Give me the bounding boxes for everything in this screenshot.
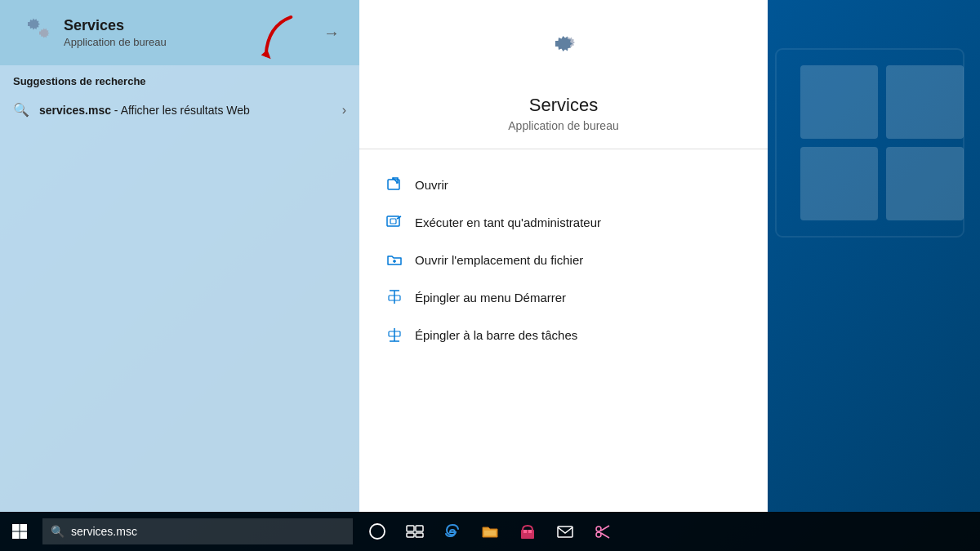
edge-icon[interactable] — [434, 513, 470, 549]
svg-rect-26 — [407, 533, 414, 537]
right-panel: Services Application de bureau Ouvrir — [359, 0, 768, 512]
search-icon: 🔍 — [13, 102, 29, 118]
explorer-icon[interactable] — [472, 513, 508, 549]
svg-rect-28 — [484, 531, 496, 535]
open-icon — [385, 176, 403, 193]
start-panel: Services Application de bureau → Suggest… — [0, 0, 359, 512]
svg-rect-24 — [407, 526, 414, 531]
scissors-icon[interactable] — [585, 513, 621, 549]
svg-rect-27 — [416, 533, 423, 537]
svg-point-33 — [596, 527, 601, 531]
taskbar-icons — [359, 513, 621, 549]
action-pin-start[interactable]: Épingler au menu Démarrer — [379, 278, 748, 316]
top-result-item[interactable]: Services Application de bureau → — [0, 0, 359, 65]
svg-line-7 — [393, 178, 398, 183]
action-pin-start-label: Épingler au menu Démarrer — [415, 291, 566, 304]
suggestion-text: services.msc - Afficher les résultats We… — [39, 104, 332, 117]
app-icon-large — [534, 24, 593, 83]
start-button[interactable] — [0, 512, 39, 551]
taskbar: 🔍 — [0, 512, 980, 551]
svg-line-35 — [601, 526, 609, 531]
taskbar-search-icon: 🔍 — [51, 525, 65, 538]
desktop: Services Application de bureau → Suggest… — [0, 0, 980, 551]
folder-icon — [385, 251, 403, 269]
mail-icon[interactable] — [547, 513, 583, 549]
svg-rect-19 — [12, 524, 20, 531]
action-open-location-label: Ouvrir l'emplacement du fichier — [415, 253, 583, 267]
action-list: Ouvrir Exécuter en tant qu'administrateu… — [359, 166, 768, 353]
suggestion-item[interactable]: 🔍 services.msc - Afficher les résultats … — [0, 94, 359, 126]
right-panel-app-title: Services — [529, 95, 598, 116]
action-run-admin-label: Exécuter en tant qu'administrateur — [415, 216, 601, 229]
svg-line-36 — [601, 533, 609, 538]
run-admin-icon — [385, 213, 403, 231]
top-result-subtitle: Application de bureau — [64, 36, 312, 48]
svg-rect-31 — [528, 530, 532, 533]
store-icon[interactable] — [510, 513, 546, 549]
action-open[interactable]: Ouvrir — [379, 166, 748, 203]
pin-taskbar-icon — [385, 326, 403, 344]
svg-rect-1 — [886, 65, 964, 139]
desktop-decoration — [768, 0, 980, 551]
taskbar-search-box[interactable]: 🔍 — [42, 518, 353, 544]
svg-rect-0 — [800, 65, 878, 139]
right-panel-app-subtitle: Application de bureau — [508, 119, 618, 132]
top-result-text: Services Application de bureau — [64, 17, 312, 48]
svg-rect-25 — [416, 526, 423, 531]
action-open-label: Ouvrir — [415, 178, 448, 192]
cortana-icon[interactable] — [359, 513, 395, 549]
svg-marker-5 — [261, 50, 273, 62]
suggestions-label: Suggestions de recherche — [0, 65, 359, 94]
action-pin-taskbar-label: Épingler à la barre des tâches — [415, 328, 577, 342]
svg-rect-20 — [20, 524, 28, 531]
action-open-location[interactable]: Ouvrir l'emplacement du fichier — [379, 241, 748, 278]
pin-start-icon — [385, 288, 403, 306]
services-icon — [13, 13, 52, 52]
action-run-admin[interactable]: Exécuter en tant qu'administrateur — [379, 203, 748, 241]
taskbar-search-input[interactable] — [71, 525, 332, 538]
svg-rect-32 — [558, 527, 572, 537]
svg-point-34 — [596, 532, 601, 537]
top-result-expand-icon[interactable]: → — [323, 24, 340, 42]
divider — [359, 149, 768, 149]
svg-rect-30 — [523, 530, 527, 533]
svg-rect-2 — [800, 147, 878, 220]
svg-point-23 — [370, 524, 385, 539]
svg-rect-21 — [12, 532, 20, 540]
chevron-right-icon: › — [342, 103, 346, 118]
svg-rect-29 — [521, 530, 534, 539]
top-result-title: Services — [64, 17, 312, 34]
action-pin-taskbar[interactable]: Épingler à la barre des tâches — [379, 316, 748, 353]
svg-rect-22 — [20, 532, 28, 540]
svg-rect-9 — [390, 219, 396, 224]
task-view-icon[interactable] — [397, 513, 433, 549]
svg-rect-3 — [886, 147, 964, 220]
